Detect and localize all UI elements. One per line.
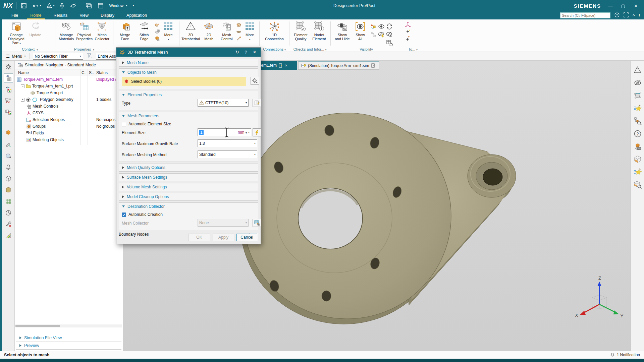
dropdown-caret-icon[interactable]: ▾ bbox=[248, 131, 250, 134]
show-all-button[interactable]: ShowAll bbox=[352, 20, 369, 41]
group-label-connections[interactable]: Connections ▾ bbox=[260, 47, 289, 51]
window-menu-button[interactable]: Window ▾ bbox=[108, 1, 128, 10]
growth-rate-dropdown[interactable]: 1.3▾ bbox=[198, 139, 257, 147]
select-bodies-prompt[interactable]: ✱ Select Bodies (0) bbox=[122, 77, 246, 86]
automatic-element-size-checkbox[interactable] bbox=[122, 122, 126, 126]
history-clock-tab[interactable] bbox=[4, 208, 13, 218]
tree-row-csys[interactable]: CSYS bbox=[15, 110, 123, 116]
group-label-properties[interactable]: Properties ▾ bbox=[55, 47, 113, 51]
section-mesh-name[interactable]: Mesh Name bbox=[119, 59, 258, 67]
ok-button[interactable]: OK bbox=[188, 234, 210, 241]
show-and-hide-button[interactable]: Showand Hide bbox=[333, 20, 352, 41]
customize-quick-access-button[interactable]: ▾ bbox=[131, 1, 135, 10]
group-label-checks[interactable]: Checks and Infor... ▾ bbox=[289, 47, 330, 51]
node-element-info-button[interactable]: Node/Element bbox=[310, 20, 328, 41]
delete-face-icon[interactable] bbox=[154, 36, 160, 41]
section-objects-header[interactable]: Objects to Mesh bbox=[119, 69, 258, 76]
edge-collapse-icon[interactable] bbox=[154, 29, 160, 35]
automatic-creation-checkbox[interactable] bbox=[122, 213, 126, 217]
show-icon[interactable] bbox=[378, 23, 385, 30]
tree-row-selection-recipes[interactable]: Selection Recipes No recipes bbox=[15, 116, 123, 123]
help-circle-icon[interactable]: ? bbox=[634, 130, 642, 138]
show-objects-icon[interactable] bbox=[370, 23, 377, 30]
tab-fem-file[interactable]: fem1.fem ✕ bbox=[257, 61, 297, 70]
window-layout-button[interactable] bbox=[97, 1, 105, 10]
notification-area[interactable]: 1 Notification bbox=[610, 353, 640, 358]
group-label-visibility[interactable]: Visibility bbox=[331, 47, 402, 51]
3d-tetrahedral-mesh-dialog[interactable]: 3D Tetrahedral Mesh ↻ ? ✕ Mesh Name Obje… bbox=[116, 47, 261, 244]
maximize-button[interactable]: ▢ bbox=[620, 3, 627, 8]
tree-row-fields[interactable]: F[x] Fields bbox=[15, 130, 123, 136]
utilities-tab[interactable] bbox=[4, 220, 13, 229]
menu-view[interactable]: View bbox=[73, 11, 95, 19]
face-repair-icon[interactable] bbox=[154, 22, 160, 28]
navigator-horizontal-scrollbar[interactable] bbox=[15, 324, 122, 327]
stitch-edge-button[interactable]: StitchEdge bbox=[135, 20, 154, 41]
tab-sim-file[interactable]: (Simulation) Torque Arm_sim1.sim bbox=[298, 61, 379, 70]
datum-tool-icon[interactable] bbox=[405, 35, 410, 41]
meshing-method-dropdown[interactable]: Standard▾ bbox=[198, 150, 257, 158]
column-name[interactable]: Name bbox=[18, 70, 29, 75]
simulation-navigator-tab[interactable] bbox=[4, 73, 13, 83]
save-button[interactable] bbox=[20, 1, 28, 10]
column-status[interactable]: Status bbox=[96, 70, 108, 75]
apply-button[interactable]: Apply bbox=[213, 234, 234, 241]
menu-application[interactable]: Application bbox=[120, 11, 153, 19]
simulation-file-view-panel[interactable]: Simulation File View bbox=[15, 334, 123, 342]
load-tool-icon[interactable] bbox=[634, 142, 642, 150]
visibility-eye-icon[interactable] bbox=[26, 97, 31, 102]
hide-unselected-icon[interactable] bbox=[386, 31, 393, 38]
node-create-icon[interactable] bbox=[236, 36, 241, 41]
window-refresh-icon[interactable] bbox=[386, 39, 393, 46]
element-size-input[interactable]: 1 mm ▾ ▾ bbox=[198, 128, 251, 136]
point-tool-icon[interactable] bbox=[405, 28, 410, 34]
menu-home[interactable]: Home bbox=[24, 11, 47, 19]
minimize-ribbon-icon[interactable]: ^ bbox=[633, 13, 635, 18]
section-mesh-quality-options[interactable]: Mesh Quality Options bbox=[119, 164, 258, 172]
automatic-creation-row[interactable]: Automatic Creation bbox=[122, 211, 255, 218]
tree-row-groups[interactable]: Groups No groups bbox=[15, 123, 123, 130]
surface-select-icon[interactable] bbox=[634, 92, 642, 100]
mesh-navigator-tab[interactable] bbox=[4, 197, 13, 206]
section-destination-header[interactable]: Destination Collector bbox=[119, 203, 258, 210]
1d-connection-button[interactable]: 1DConnection bbox=[262, 20, 287, 41]
cancel-button[interactable]: Cancel bbox=[236, 234, 257, 241]
menu-display[interactable]: Display bbox=[95, 11, 120, 19]
select-bodies-button[interactable] bbox=[251, 77, 259, 85]
physical-properties-button[interactable]: PhysicalProperties bbox=[75, 20, 93, 41]
tree-row-polygon-geometry[interactable]: + Polygon Geometry 1 bodies bbox=[15, 96, 123, 103]
hide-tool-icon[interactable] bbox=[634, 79, 642, 87]
node-search-icon[interactable] bbox=[634, 117, 642, 125]
find-component-icon[interactable] bbox=[634, 181, 642, 189]
dialog-close-button[interactable]: ✕ bbox=[252, 50, 258, 55]
menu-file[interactable]: File bbox=[5, 11, 24, 19]
notifications-icon[interactable]: ! bbox=[639, 13, 640, 18]
section-volume-mesh-settings[interactable]: Volume Mesh Settings bbox=[119, 183, 258, 191]
expand-expander[interactable]: + bbox=[21, 98, 24, 102]
voice-command-button[interactable] bbox=[59, 1, 65, 10]
unit-menu[interactable]: mm ▾ bbox=[238, 130, 247, 135]
part-navigator-tab[interactable] bbox=[4, 128, 13, 138]
csys-display-icon[interactable] bbox=[405, 22, 410, 27]
scrollbar-thumb[interactable] bbox=[15, 325, 60, 327]
3d-tetrahedral-button[interactable]: 3DTetrahedral bbox=[181, 20, 200, 41]
polygon-more-button[interactable]: More▾ bbox=[160, 20, 176, 41]
section-surface-mesh-settings[interactable]: Surface Mesh Settings bbox=[119, 173, 258, 181]
alerts-bell-icon[interactable] bbox=[4, 163, 13, 172]
fullscreen-icon[interactable] bbox=[624, 12, 629, 18]
section-model-cleanup-options[interactable]: Model Cleanup Options bbox=[119, 193, 258, 201]
2d-mesh-button[interactable]: 2DMesh bbox=[200, 20, 218, 41]
reuse-library-tab[interactable] bbox=[4, 185, 13, 195]
element-quality-button[interactable]: ElementQuality bbox=[291, 20, 310, 41]
tree-row-fem-file[interactable]: Torque Arm_fem1.fem Displayed & bbox=[15, 76, 123, 83]
manage-materials-button[interactable]: ManageMaterials bbox=[57, 20, 75, 41]
dialog-help-button[interactable]: ? bbox=[243, 50, 249, 55]
navigator-column-headers[interactable]: Name C. S.. Status bbox=[15, 69, 123, 76]
undo-button[interactable]: ▾ bbox=[31, 1, 42, 10]
shaded-view-button[interactable]: ▾ bbox=[45, 1, 55, 10]
cascade-windows-button[interactable] bbox=[85, 1, 93, 10]
menu-results[interactable]: Results bbox=[48, 11, 74, 19]
close-button[interactable]: ✕ bbox=[633, 3, 639, 8]
section-mesh-params-header[interactable]: Mesh Parameters bbox=[119, 112, 258, 120]
solution-monitor-tab[interactable] bbox=[4, 108, 13, 117]
